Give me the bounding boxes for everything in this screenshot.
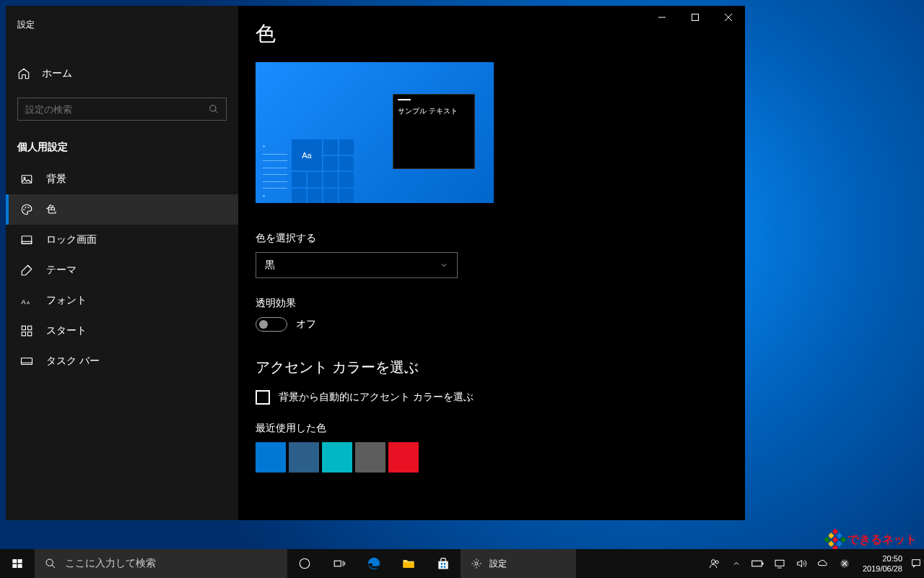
tray-ime[interactable] (837, 549, 853, 578)
transparency-toggle[interactable] (256, 317, 287, 332)
color-swatch[interactable] (289, 442, 319, 473)
color-swatch[interactable] (355, 442, 385, 473)
svg-rect-36 (444, 566, 446, 568)
edge-icon (366, 556, 382, 571)
taskview-button[interactable] (322, 549, 357, 578)
home-icon (17, 67, 30, 80)
chevron-up-icon (732, 559, 741, 568)
recent-colors-label: 最近使用した色 (256, 422, 728, 435)
svg-text:A: A (27, 301, 30, 305)
tray-chevron[interactable] (728, 549, 744, 578)
nav-themes[interactable]: テーマ (6, 255, 238, 285)
chevron-down-icon (440, 261, 448, 269)
transparency-value: オフ (296, 318, 316, 331)
store-button[interactable] (426, 549, 461, 578)
page-title: 色 (256, 20, 728, 48)
search-field[interactable] (25, 104, 209, 115)
color-swatch[interactable] (388, 442, 419, 473)
preview-tile-aa: Aa (292, 139, 322, 171)
home-button[interactable]: ホーム (6, 60, 238, 87)
svg-rect-40 (752, 561, 762, 566)
svg-point-38 (711, 560, 715, 564)
svg-rect-22 (18, 559, 22, 563)
svg-rect-21 (12, 559, 17, 563)
preview-sample-text: サンプル テキスト (398, 106, 470, 116)
svg-rect-15 (22, 326, 25, 329)
search-input[interactable] (17, 98, 227, 121)
svg-point-27 (300, 558, 310, 569)
nav-start[interactable]: スタート (6, 316, 238, 346)
svg-line-5 (215, 111, 218, 113)
taskbar: ここに入力して検索 設定 20:50 2019/06/28 (0, 549, 924, 578)
auto-accent-checkbox[interactable] (256, 390, 270, 405)
svg-point-39 (715, 561, 718, 564)
nav-background[interactable]: 背景 (6, 164, 238, 194)
battery-icon (751, 558, 764, 569)
svg-rect-41 (762, 563, 764, 565)
svg-point-4 (210, 105, 216, 111)
volume-icon (796, 558, 807, 569)
svg-rect-24 (18, 564, 22, 568)
nav-label: タスク バー (46, 355, 100, 368)
svg-point-25 (46, 559, 53, 566)
taskbar-clock[interactable]: 20:50 2019/06/28 (857, 553, 908, 574)
home-label: ホーム (42, 67, 72, 80)
active-app-label: 設定 (489, 558, 507, 570)
start-button[interactable] (0, 549, 35, 578)
svg-point-10 (28, 207, 30, 208)
nav-fonts[interactable]: AA フォント (6, 285, 238, 316)
nav-label: テーマ (46, 264, 77, 277)
taskview-icon (333, 557, 346, 570)
svg-rect-34 (444, 563, 446, 565)
choose-color-dropdown[interactable]: 黒 (256, 252, 458, 278)
color-preview: サンプル テキスト Aa (256, 62, 494, 203)
color-swatch[interactable] (256, 442, 286, 473)
picture-icon (20, 173, 33, 186)
nav-taskbar[interactable]: タスク バー (6, 346, 238, 376)
taskbar-search[interactable]: ここに入力して検索 (35, 549, 287, 578)
font-icon: AA (20, 294, 33, 307)
taskbar-active-app[interactable]: 設定 (461, 549, 576, 578)
tray-network[interactable] (772, 549, 788, 578)
svg-rect-19 (22, 358, 32, 365)
svg-rect-33 (441, 563, 443, 565)
svg-rect-31 (404, 562, 414, 568)
folder-icon (401, 556, 416, 571)
edge-button[interactable] (357, 549, 391, 578)
settings-window: 設定 ホーム 個人用設定 背景 色 ロック画面 テーマ AA フォント (6, 6, 745, 520)
window-title: 設定 (6, 12, 238, 38)
cortana-button[interactable] (287, 549, 322, 578)
tray-battery[interactable] (750, 549, 766, 578)
ime-icon (840, 558, 850, 569)
nav-colors[interactable]: 色 (6, 194, 238, 225)
palette-icon (20, 203, 33, 216)
nav-label: ロック画面 (46, 233, 97, 246)
svg-text:A: A (22, 298, 26, 306)
gear-icon (471, 558, 482, 569)
nav-label: 背景 (46, 173, 66, 186)
content-area: 色 サンプル テキスト Aa 色を選択する 黒 (238, 6, 745, 520)
search-icon (209, 104, 219, 114)
svg-rect-42 (775, 560, 784, 566)
color-swatch[interactable] (322, 442, 352, 473)
watermark-text: できるネット (847, 532, 917, 548)
svg-point-9 (25, 207, 27, 208)
explorer-button[interactable] (391, 549, 426, 578)
auto-accent-checkbox-row[interactable]: 背景から自動的にアクセント カラーを選ぶ (256, 390, 728, 405)
tray-volume[interactable] (793, 549, 809, 578)
people-icon (709, 558, 720, 569)
store-icon (436, 556, 450, 571)
people-button[interactable] (707, 549, 723, 578)
nav-lockscreen[interactable]: ロック画面 (6, 225, 238, 255)
svg-rect-11 (22, 236, 32, 244)
tray-onedrive[interactable] (815, 549, 831, 578)
notification-icon (910, 558, 922, 569)
svg-rect-47 (912, 560, 920, 566)
auto-accent-label: 背景から自動的にアクセント カラーを選ぶ (279, 391, 474, 404)
windows-icon (12, 558, 23, 569)
dropdown-value: 黒 (265, 259, 275, 272)
start-icon (20, 324, 33, 337)
svg-rect-28 (334, 561, 341, 566)
transparency-label: 透明効果 (256, 297, 728, 310)
action-center-button[interactable] (908, 549, 924, 578)
